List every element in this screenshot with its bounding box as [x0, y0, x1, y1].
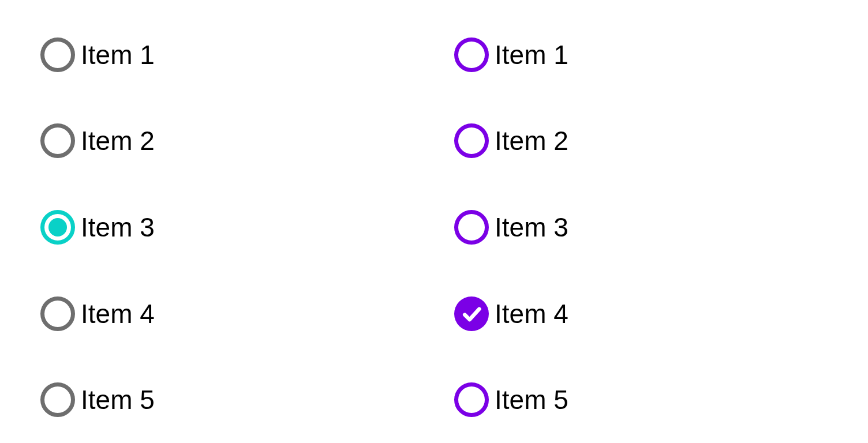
radio-checked-icon [40, 210, 75, 245]
radio-unchecked-icon [454, 382, 489, 417]
radio-unchecked-icon [454, 123, 489, 158]
radio-label: Item 1 [81, 42, 155, 68]
radio-group-left: Item 1 Item 2 Item 3 Item 4 Item 5 [40, 12, 454, 443]
radio-option[interactable]: Item 1 [40, 12, 454, 98]
radio-option[interactable]: Item 4 [40, 271, 454, 357]
radio-option[interactable]: Item 4 [454, 271, 868, 357]
radio-unchecked-icon [40, 37, 75, 72]
radio-label: Item 3 [81, 214, 155, 241]
radio-option[interactable]: Item 2 [454, 98, 868, 185]
radio-option[interactable]: Item 5 [454, 356, 868, 443]
radio-option[interactable]: Item 1 [454, 12, 868, 98]
check-icon [460, 302, 483, 325]
radio-option[interactable]: Item 3 [40, 184, 454, 271]
radio-label: Item 5 [81, 386, 155, 413]
radio-unchecked-icon [40, 296, 75, 331]
radio-label: Item 2 [81, 127, 155, 154]
radio-option[interactable]: Item 2 [40, 98, 454, 185]
radio-checked-icon [454, 296, 489, 331]
radio-option[interactable]: Item 5 [40, 356, 454, 443]
radio-unchecked-icon [40, 123, 75, 158]
radio-unchecked-icon [454, 37, 489, 72]
radio-group-right: Item 1 Item 2 Item 3 Item 4 Item 5 [454, 12, 868, 443]
radio-label: Item 5 [495, 386, 568, 413]
radio-label: Item 1 [495, 42, 568, 68]
radio-label: Item 4 [495, 301, 568, 327]
radio-unchecked-icon [40, 382, 75, 417]
radio-label: Item 4 [81, 301, 155, 327]
radio-option[interactable]: Item 3 [454, 184, 868, 271]
radio-unchecked-icon [454, 210, 489, 245]
radio-label: Item 2 [495, 127, 568, 154]
radio-label: Item 3 [495, 214, 568, 241]
